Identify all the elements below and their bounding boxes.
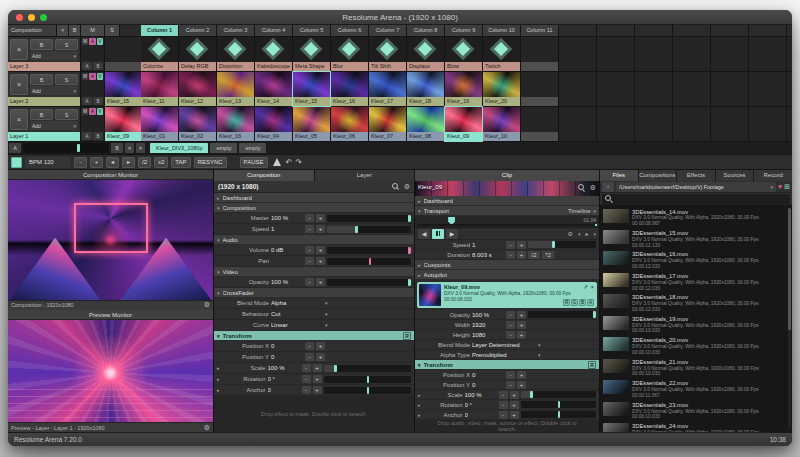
chevron-down-icon[interactable]: ▾ <box>325 300 328 306</box>
layer-solo-button[interactable]: S <box>55 109 78 120</box>
clip-cell[interactable]: Kleur_08 <box>407 107 444 141</box>
section-transport[interactable]: ▾ Transport Timeline ▾ <box>415 206 599 216</box>
increment-button[interactable]: + <box>517 311 526 319</box>
file-list-item[interactable]: 3DEssentials_17.mov DXV 3.0 Normal Quali… <box>602 271 786 292</box>
dropdown-value[interactable]: Linear <box>271 322 323 328</box>
channel-r-button[interactable]: R <box>563 299 570 306</box>
tab-layer[interactable]: Layer <box>315 170 415 181</box>
layer-deactivate-button[interactable]: × <box>10 109 28 130</box>
dropdown-value[interactable]: Alpha <box>271 300 323 306</box>
param-value[interactable]: 100 % <box>472 312 504 318</box>
resync-button[interactable]: RESYNC <box>194 157 227 168</box>
decrement-button[interactable]: - <box>305 246 314 254</box>
layer-audio-button[interactable]: A <box>89 38 95 45</box>
layer-video-button[interactable]: V <box>97 73 103 80</box>
grid-view-icon[interactable]: ⊞ <box>784 182 790 192</box>
param-value[interactable]: 0 ° <box>465 402 497 408</box>
bpm-nudge-up-button[interactable]: ▸ <box>122 157 135 168</box>
deck-tab[interactable]: empty <box>239 143 266 153</box>
browser-tab[interactable]: Compositions <box>639 170 677 181</box>
param-value[interactable]: 1920 <box>472 322 504 328</box>
slider-knob[interactable] <box>530 391 533 398</box>
layer-master-button[interactable]: M <box>82 73 88 80</box>
increment-button[interactable]: + <box>510 401 519 409</box>
layer-audio-button[interactable]: A <box>89 73 95 80</box>
clip-cell[interactable]: Kleur_10 <box>483 107 520 141</box>
expand-icon[interactable]: ↗ <box>583 284 588 290</box>
slider-knob[interactable] <box>408 247 411 254</box>
effect-clip-cell[interactable]: Tilt Shift <box>369 37 406 71</box>
gear-icon[interactable]: ⚙ <box>404 183 410 191</box>
undo-icon[interactable]: ↶ <box>286 157 293 168</box>
layer-active-clip[interactable] <box>105 37 141 71</box>
section-composition[interactable]: ▾ Composition <box>214 203 414 213</box>
layer-deactivate-button[interactable]: × <box>10 74 28 95</box>
transport-mode-dropdown[interactable]: Timeline <box>568 208 590 214</box>
param-value[interactable]: 100 % <box>271 279 303 285</box>
pause-button[interactable]: PAUSE <box>240 157 268 168</box>
folder-up-button[interactable]: ↑ <box>602 182 614 192</box>
column-header[interactable]: Column 11 <box>521 25 558 36</box>
increment-button[interactable]: + <box>517 241 526 249</box>
composition-deactivate-button[interactable]: × <box>57 25 68 36</box>
clip-cell[interactable]: Kleur_16 <box>331 72 368 106</box>
layer-bypass-button[interactable]: B <box>30 109 53 120</box>
scrollbar-thumb[interactable] <box>788 208 791 330</box>
composition-strip-label[interactable]: Composition <box>8 25 56 36</box>
chevron-right-icon[interactable]: ▸ <box>217 365 220 371</box>
clip-drop-zone[interactable]: Drop audio, video, mask, source or effec… <box>415 420 599 432</box>
param-value[interactable]: 1080 <box>472 332 504 338</box>
layer-active-clip[interactable]: Kleur_09 <box>105 107 141 141</box>
close-icon[interactable]: × <box>591 284 594 290</box>
param-value[interactable]: 100 % <box>465 392 497 398</box>
duration-half-button[interactable]: /2 <box>528 251 540 259</box>
layer-audio-button[interactable]: A <box>89 108 95 115</box>
layer-crossfader-b-button[interactable]: B <box>93 62 103 70</box>
browser-tab[interactable]: Files <box>600 170 638 181</box>
section-dashboard[interactable]: ▸ Dashboard <box>214 193 414 203</box>
gear-icon[interactable]: ⚙ <box>204 424 210 432</box>
slider-knob[interactable] <box>334 365 337 372</box>
chevron-down-icon[interactable]: ▾ <box>593 208 596 214</box>
clip-cell[interactable]: Kleur_12 <box>179 72 216 106</box>
column-header[interactable]: Column 1 <box>141 25 178 36</box>
section-audio[interactable]: ▾ Audio <box>214 235 414 245</box>
column-header[interactable]: Column 2 <box>179 25 216 36</box>
section-transform[interactable]: ▾ Transform R <box>214 331 414 341</box>
chevron-right-icon[interactable]: ▸ <box>418 402 421 408</box>
search-icon[interactable] <box>392 183 400 191</box>
clip-cell[interactable]: Kleur_17 <box>369 72 406 106</box>
increment-button[interactable]: + <box>510 391 519 399</box>
crossfader-knob[interactable] <box>77 144 80 152</box>
gear-icon[interactable]: ⚙ <box>590 184 596 192</box>
column-header[interactable]: Column 8 <box>407 25 444 36</box>
search-icon[interactable] <box>578 184 586 192</box>
layer-blendmode-dropdown[interactable]: Add ▾ <box>30 121 78 130</box>
clip-cell[interactable]: Kleur_11 <box>141 72 178 106</box>
effect-clip-cell[interactable]: Delay RGB <box>179 37 216 71</box>
file-list-item[interactable]: 3DEssentials_20.mov DXV 3.0 Normal Quali… <box>602 336 786 357</box>
chevron-right-icon[interactable]: ▸ <box>418 412 421 418</box>
clip-cell[interactable]: Kleur_18 <box>407 72 444 106</box>
decrement-button[interactable]: - <box>506 381 515 389</box>
file-list-item[interactable]: 3DEssentials_22.mov DXV 3.0 Normal Quali… <box>602 379 786 400</box>
decrement-button[interactable]: - <box>506 371 515 379</box>
composition-bypass-button[interactable]: B <box>69 25 80 36</box>
layer-name-label[interactable]: Layer 3 <box>8 62 80 71</box>
chevron-down-icon[interactable]: ▾ <box>593 231 596 237</box>
bpm-display[interactable]: BPM 120 <box>25 157 71 168</box>
clip-rotation-slider[interactable] <box>521 401 596 408</box>
decrement-button[interactable]: - <box>305 278 314 286</box>
slider-knob[interactable] <box>367 376 369 383</box>
increment-button[interactable]: + <box>316 225 325 233</box>
play-button[interactable]: ▶ <box>446 229 458 239</box>
clip-cell[interactable]: Kleur_19 <box>445 72 482 106</box>
clip-scale-slider[interactable] <box>521 391 596 398</box>
file-list-item[interactable]: 3DEssentials_14.mov DXV 3.0 Normal Quali… <box>602 207 786 228</box>
layer-master-button[interactable]: M <box>82 38 88 45</box>
slider-knob[interactable] <box>367 387 369 394</box>
composition-monitor-header[interactable]: Composition Monitor <box>8 170 213 180</box>
zoom-button[interactable] <box>40 14 47 21</box>
decrement-button[interactable]: - <box>499 391 508 399</box>
increment-button[interactable]: + <box>316 257 325 265</box>
